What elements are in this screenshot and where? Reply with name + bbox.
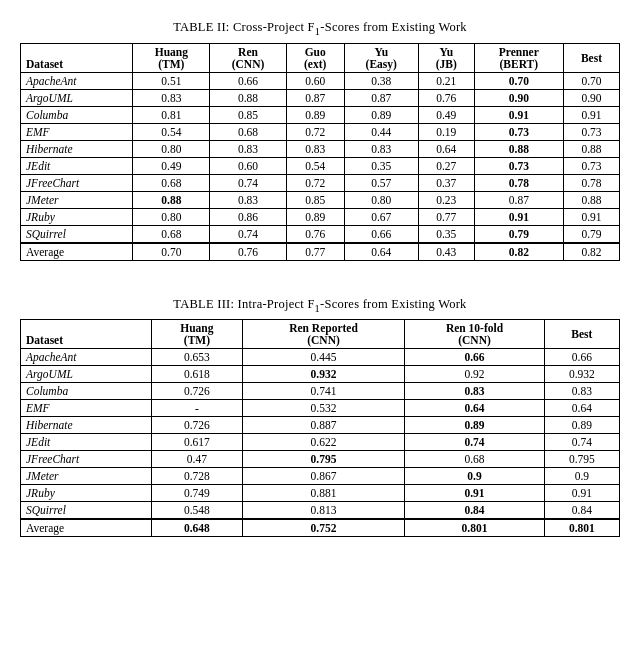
table2-cell: 0.726 [152, 383, 242, 400]
table2-cell: 0.64 [405, 400, 544, 417]
table1-cell: 0.81 [133, 106, 210, 123]
table2-cell: 0.726 [152, 417, 242, 434]
table1-cell: 0.37 [418, 174, 474, 191]
table2-cell: 0.653 [152, 349, 242, 366]
table1-row-dataset: JRuby [21, 208, 133, 225]
table2-cell: 0.932 [242, 366, 405, 383]
table1-cell: 0.66 [344, 225, 418, 243]
table1-cell: 0.54 [133, 123, 210, 140]
table1-cell: 0.83 [210, 191, 286, 208]
table1-row-dataset: JFreeChart [21, 174, 133, 191]
table1-cell: 0.89 [286, 106, 344, 123]
table1-cell: 0.72 [286, 174, 344, 191]
table2-cell: 0.68 [405, 451, 544, 468]
table1-cell: 0.70 [474, 72, 563, 89]
table1-cell: 0.49 [133, 157, 210, 174]
col-header-ren-10fold: Ren 10-fold(CNN) [405, 320, 544, 349]
table1-cell: 0.76 [286, 225, 344, 243]
table2-cell: 0.445 [242, 349, 405, 366]
table1-cell: 0.87 [344, 89, 418, 106]
table1-cell: 0.88 [563, 140, 619, 157]
table2-cell: 0.84 [405, 502, 544, 520]
table1-cell: 0.78 [563, 174, 619, 191]
table2-title: TABLE II: Cross-Project F1-Scores from E… [20, 20, 620, 37]
table2-row-dataset: ArgoUML [21, 366, 152, 383]
col-header-yu-jb: Yu(JB) [418, 43, 474, 72]
table1-cell: 0.64 [418, 140, 474, 157]
table2-cell: 0.881 [242, 485, 405, 502]
table2-cell: 0.795 [242, 451, 405, 468]
table2-cell: 0.92 [405, 366, 544, 383]
table1-cell: 0.80 [344, 191, 418, 208]
table2-cell: 0.932 [544, 366, 619, 383]
table3: Dataset Huang(TM) Ren Reported(CNN) Ren … [20, 319, 620, 537]
table2-cell: 0.867 [242, 468, 405, 485]
table2-cell: 0.66 [544, 349, 619, 366]
table2-row-dataset: SQuirrel [21, 502, 152, 520]
table2-cell: 0.74 [405, 434, 544, 451]
col-header-dataset: Dataset [21, 43, 133, 72]
col-header-huang2: Huang(TM) [152, 320, 242, 349]
table1-cell: 0.83 [133, 89, 210, 106]
table2-row-dataset: JFreeChart [21, 451, 152, 468]
table1-cell: 0.19 [418, 123, 474, 140]
table1-cell: 0.70 [563, 72, 619, 89]
table2-cell: 0.752 [242, 519, 405, 537]
table2-cell: 0.741 [242, 383, 405, 400]
table1-cell: 0.51 [133, 72, 210, 89]
table1-row-dataset: Columba [21, 106, 133, 123]
col-header-prenner: Prenner(BERT) [474, 43, 563, 72]
table2-cell: 0.795 [544, 451, 619, 468]
table1-cell: 0.44 [344, 123, 418, 140]
table1-cell: 0.91 [474, 208, 563, 225]
table1-cell: 0.87 [474, 191, 563, 208]
table1-cell: 0.60 [210, 157, 286, 174]
table1-cell: 0.79 [474, 225, 563, 243]
table1-row-dataset: ApacheAnt [21, 72, 133, 89]
table1-cell: 0.73 [563, 123, 619, 140]
table1-cell: 0.79 [563, 225, 619, 243]
table2-cell: 0.548 [152, 502, 242, 520]
table1-cell: 0.67 [344, 208, 418, 225]
table1-cell: 0.83 [210, 140, 286, 157]
table1-cell: 0.86 [210, 208, 286, 225]
table1-cell: 0.89 [286, 208, 344, 225]
table1-cell: 0.83 [286, 140, 344, 157]
table1-cell: 0.88 [210, 89, 286, 106]
table2: Dataset Huang(TM) Ren(CNN) Guo(ext) Yu(E… [20, 43, 620, 261]
table1-cell: 0.88 [133, 191, 210, 208]
table1-cell: 0.76 [210, 243, 286, 261]
table1-cell: 0.49 [418, 106, 474, 123]
table2-cell: 0.9 [405, 468, 544, 485]
table1-cell: 0.74 [210, 225, 286, 243]
table2-cell: 0.91 [544, 485, 619, 502]
table1-cell: 0.91 [563, 208, 619, 225]
table2-cell: 0.66 [405, 349, 544, 366]
table2-row-dataset: EMF [21, 400, 152, 417]
table2-row-dataset: Average [21, 519, 152, 537]
table1-cell: 0.54 [286, 157, 344, 174]
table1-cell: 0.87 [286, 89, 344, 106]
table1-cell: 0.57 [344, 174, 418, 191]
table2-cell: 0.47 [152, 451, 242, 468]
table2-cell: 0.622 [242, 434, 405, 451]
table2-cell: 0.89 [544, 417, 619, 434]
table1-cell: 0.85 [286, 191, 344, 208]
table2-row-dataset: Columba [21, 383, 152, 400]
table2-cell: 0.83 [544, 383, 619, 400]
table1-cell: 0.73 [474, 123, 563, 140]
table1-cell: 0.60 [286, 72, 344, 89]
col-header-huang: Huang(TM) [133, 43, 210, 72]
table1-cell: 0.68 [133, 225, 210, 243]
table2-cell: 0.618 [152, 366, 242, 383]
col-header-best2: Best [544, 320, 619, 349]
table1-row-dataset: EMF [21, 123, 133, 140]
table2-cell: 0.64 [544, 400, 619, 417]
table1-cell: 0.90 [563, 89, 619, 106]
table3-title: TABLE III: Intra-Project F1-Scores from … [20, 297, 620, 314]
table1-cell: 0.70 [133, 243, 210, 261]
table1-row-dataset: Average [21, 243, 133, 261]
table2-cell: 0.813 [242, 502, 405, 520]
table1-cell: 0.88 [563, 191, 619, 208]
table1-cell: 0.66 [210, 72, 286, 89]
